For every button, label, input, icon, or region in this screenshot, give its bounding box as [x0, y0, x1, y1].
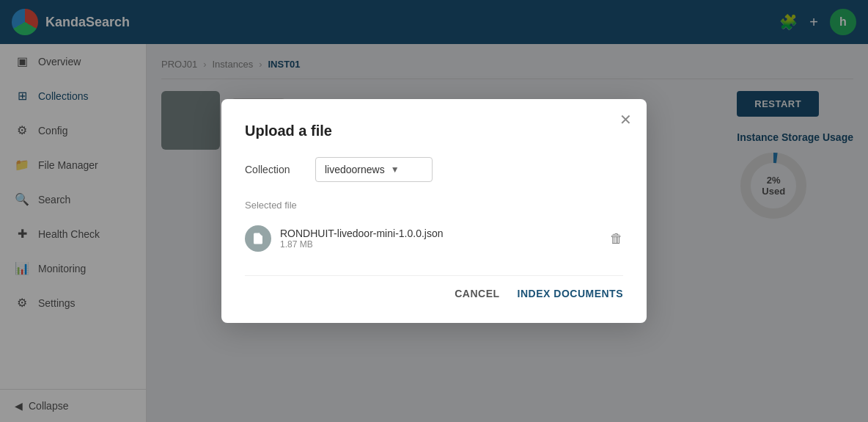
file-info: RONDHUIT-livedoor-mini-1.0.0.json 1.87 M…	[280, 228, 601, 250]
modal-divider	[245, 275, 623, 276]
modal-overlay: Upload a file ✕ Collection livedoornews …	[0, 0, 868, 422]
index-documents-button[interactable]: INDEX DOCUMENTS	[518, 288, 623, 299]
close-button[interactable]: ✕	[619, 111, 632, 128]
collection-label: Collection	[245, 164, 304, 175]
collection-value: livedoornews	[325, 164, 385, 175]
file-size: 1.87 MB	[280, 239, 601, 250]
collection-select[interactable]: livedoornews ▼	[315, 157, 433, 182]
upload-modal: Upload a file ✕ Collection livedoornews …	[221, 99, 647, 323]
selected-file-label: Selected file	[245, 200, 623, 211]
chevron-down-icon: ▼	[391, 164, 400, 175]
modal-title: Upload a file	[245, 123, 623, 139]
delete-file-button[interactable]: 🗑	[610, 231, 623, 247]
cancel-button[interactable]: CANCEL	[455, 288, 499, 299]
file-item: RONDHUIT-livedoor-mini-1.0.0.json 1.87 M…	[245, 219, 623, 258]
collection-field: Collection livedoornews ▼	[245, 157, 623, 182]
file-icon	[245, 225, 271, 252]
modal-actions: CANCEL INDEX DOCUMENTS	[245, 288, 623, 299]
selected-file-section: Selected file RONDHUIT-livedoor-mini-1.0…	[245, 200, 623, 258]
file-name: RONDHUIT-livedoor-mini-1.0.0.json	[280, 228, 601, 239]
